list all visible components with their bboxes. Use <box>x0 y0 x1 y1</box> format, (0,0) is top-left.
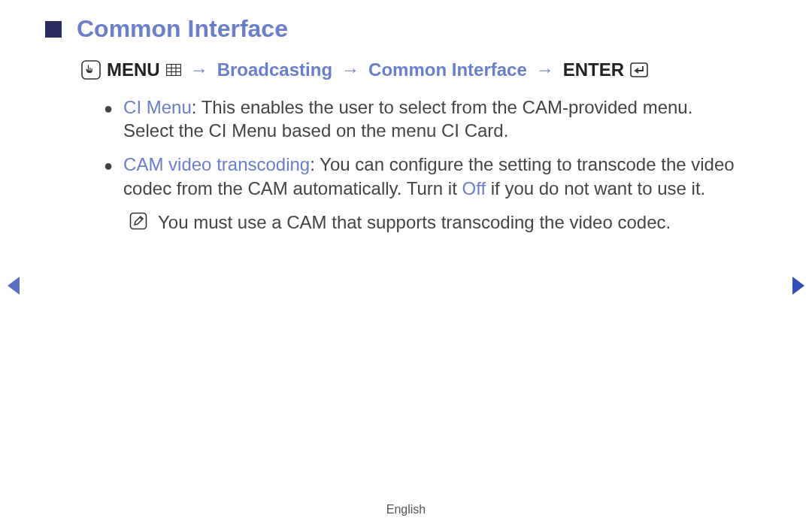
pencil-note-icon <box>129 212 147 230</box>
off-word: Off <box>462 178 486 198</box>
item-text-after: if you do not want to use it. <box>486 178 705 198</box>
list-item-text: CAM video transcoding: You can configure… <box>123 153 737 199</box>
arrow-icon: → <box>341 59 359 80</box>
term-ci-menu: CI Menu <box>123 97 192 117</box>
chevron-right-icon <box>791 275 807 296</box>
title-row: Common Interface <box>45 15 767 43</box>
bullet-icon: ● <box>104 156 113 199</box>
breadcrumb-common-interface: Common Interface <box>368 59 527 80</box>
arrow-icon: → <box>190 59 208 80</box>
prev-page-button[interactable] <box>5 275 21 299</box>
body-content: ● CI Menu: This enables the user to sele… <box>104 95 737 234</box>
svg-marker-8 <box>8 277 20 295</box>
chevron-left-icon <box>5 275 21 296</box>
enter-icon <box>630 62 648 77</box>
svg-marker-9 <box>792 277 804 295</box>
svg-rect-0 <box>82 61 100 79</box>
hand-pointer-icon <box>81 60 101 80</box>
svg-rect-1 <box>166 65 180 76</box>
footer-language: English <box>0 503 812 516</box>
svg-rect-6 <box>631 63 647 77</box>
breadcrumb: MENU → Broadcasting → Common Interface →… <box>81 59 767 80</box>
breadcrumb-broadcasting: Broadcasting <box>217 59 332 80</box>
term-cam-transcoding: CAM video transcoding <box>123 154 310 174</box>
item-text: : This enables the user to select from t… <box>123 97 692 141</box>
list-item: ● CI Menu: This enables the user to sele… <box>104 95 737 142</box>
square-bullet-icon <box>45 21 62 38</box>
note-row: You must use a CAM that supports transco… <box>129 210 737 234</box>
enter-label: ENTER <box>563 59 624 80</box>
note-text: You must use a CAM that supports transco… <box>158 210 737 234</box>
bullet-icon: ● <box>104 98 113 142</box>
menu-label: MENU <box>107 59 160 80</box>
next-page-button[interactable] <box>791 275 807 299</box>
page-title: Common Interface <box>77 15 288 43</box>
list-item: ● CAM video transcoding: You can configu… <box>104 153 737 199</box>
arrow-icon: → <box>536 59 554 80</box>
svg-rect-7 <box>131 213 147 229</box>
menu-grid-icon <box>166 64 181 76</box>
list-item-text: CI Menu: This enables the user to select… <box>123 95 737 142</box>
